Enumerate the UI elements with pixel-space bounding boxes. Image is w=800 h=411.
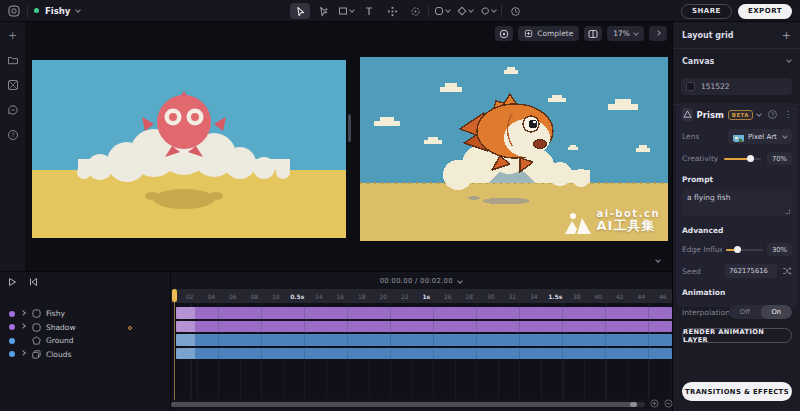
ruler-label: 26 xyxy=(437,293,459,300)
track-expand-chevron-icon[interactable] xyxy=(20,350,26,356)
timeline-zoom-out-icon[interactable] xyxy=(664,399,673,408)
project-name[interactable]: Fishy xyxy=(45,6,70,16)
rotate-tool[interactable] xyxy=(405,3,425,19)
timeline-bar-ground[interactable] xyxy=(176,334,672,346)
watermark-line2: AI工具集 xyxy=(597,219,660,234)
right-panel: Layout grid + Canvas 151522 Prism BETA ? xyxy=(672,22,800,411)
creativity-value[interactable]: 70% xyxy=(767,152,792,165)
text-tool[interactable] xyxy=(359,3,379,19)
select-tool[interactable] xyxy=(290,3,310,19)
watermark-logo-icon xyxy=(565,212,591,234)
track-row-ground[interactable]: Ground xyxy=(0,334,170,348)
timeline-bar-shadow[interactable] xyxy=(176,321,672,333)
ruler-label: 28 xyxy=(459,293,481,300)
track-row-shadow[interactable]: Shadow xyxy=(0,321,170,335)
ruler-label: 40 xyxy=(588,293,610,300)
capture-icon[interactable] xyxy=(495,26,513,41)
frame-shape-tool[interactable] xyxy=(432,3,452,19)
watermark: ai-bot.cn AI工具集 xyxy=(565,208,660,234)
ruler-label: 1.5s xyxy=(545,293,567,300)
prism-collapse-chevron-icon[interactable] xyxy=(756,111,762,117)
beta-badge: BETA xyxy=(728,110,753,120)
comment-icon[interactable] xyxy=(6,103,20,117)
lasso-shape-tool[interactable] xyxy=(478,3,498,19)
ruler-label: 32 xyxy=(502,293,524,300)
creativity-slider[interactable] xyxy=(724,155,761,163)
lens-thumbnail xyxy=(733,131,744,142)
split-view-button[interactable] xyxy=(584,26,602,41)
history-tool[interactable] xyxy=(505,3,525,19)
timecode-display[interactable]: 00:00.00 / 00:02.00 xyxy=(170,277,672,285)
move-pixels-tool[interactable] xyxy=(382,3,402,19)
prism-help-icon[interactable]: ? xyxy=(768,110,777,119)
complete-button[interactable]: Complete xyxy=(518,26,579,41)
canvas-color-swatch[interactable] xyxy=(686,82,695,91)
frame-rendered[interactable]: ai-bot.cn AI工具集 xyxy=(360,57,668,241)
bar-head-segment xyxy=(176,321,195,333)
total-time: 00:02.00 xyxy=(420,277,453,285)
zoom-level-select[interactable]: 17% xyxy=(607,26,644,41)
prism-menu-icon[interactable]: ⋮ xyxy=(784,110,792,119)
edge-influence-value[interactable]: 30% xyxy=(767,243,792,256)
canvas-controls: Complete 17% xyxy=(495,26,667,41)
prompt-input[interactable]: a flying fish xyxy=(682,189,792,216)
randomize-seed-icon[interactable] xyxy=(782,266,792,276)
project-menu-chevron-icon[interactable] xyxy=(76,7,82,13)
share-button[interactable]: SHARE xyxy=(681,4,732,19)
track-color-dot xyxy=(9,351,15,357)
collapse-panel-chevron-icon[interactable] xyxy=(652,256,664,266)
bar-head-segment xyxy=(176,348,195,360)
folder-icon[interactable] xyxy=(6,53,20,67)
help-icon[interactable]: ? xyxy=(6,128,20,142)
keyframe-indicator[interactable] xyxy=(128,326,132,330)
ruler-label: 34 xyxy=(523,293,545,300)
timeline-bar-fishy[interactable] xyxy=(176,307,672,319)
canvas-viewport[interactable]: Complete 17% xyxy=(25,22,672,271)
next-button[interactable] xyxy=(649,26,667,41)
track-type-icon xyxy=(31,336,41,345)
diamond-shape-tool[interactable] xyxy=(455,3,475,19)
timeline-ruler-labels[interactable]: 02040608100.5s14161820221s26283032341.5s… xyxy=(171,289,672,303)
tool-bar xyxy=(290,0,525,22)
play-button[interactable] xyxy=(5,275,19,288)
track-expand-chevron-icon[interactable] xyxy=(20,310,26,316)
direct-select-tool[interactable] xyxy=(313,3,333,19)
track-row-fishy[interactable]: Fishy xyxy=(0,307,170,321)
track-expand-chevron-icon[interactable] xyxy=(20,323,26,329)
seed-label: Seed xyxy=(682,267,701,276)
divider xyxy=(501,5,502,17)
app-logo-icon[interactable] xyxy=(7,4,21,18)
track-color-dot xyxy=(9,324,15,330)
render-animation-layer-button[interactable]: RENDER ANIMATION LAYER xyxy=(682,328,792,343)
shape-tool[interactable] xyxy=(336,3,356,19)
canvas-color-field[interactable]: 151522 xyxy=(681,78,792,95)
svg-text:?: ? xyxy=(11,131,14,138)
track-name: Clouds xyxy=(46,350,71,359)
lens-select[interactable]: Pixel Art xyxy=(728,129,792,144)
frame-split-handle[interactable] xyxy=(348,114,351,142)
edge-influence-slider[interactable] xyxy=(726,246,763,254)
add-icon[interactable]: + xyxy=(6,28,20,42)
playhead[interactable] xyxy=(172,289,178,400)
skip-to-start-button[interactable] xyxy=(26,275,40,288)
canvas-section-title: Canvas xyxy=(682,57,714,66)
duration-chevron-icon[interactable] xyxy=(457,278,463,284)
frames-icon[interactable] xyxy=(6,78,20,92)
track-row-clouds[interactable]: Clouds xyxy=(0,348,170,362)
scrollbar-thumb[interactable] xyxy=(171,402,637,407)
timeline-bar-clouds[interactable] xyxy=(176,348,672,360)
transitions-effects-button[interactable]: TRANSITIONS & EFFECTS xyxy=(682,382,792,401)
seed-input[interactable]: 762175616 xyxy=(725,264,777,278)
export-button[interactable]: EXPORT xyxy=(738,4,792,19)
frame-keyframe-1[interactable] xyxy=(32,60,346,238)
app-window: Fishy xyxy=(0,0,800,411)
canvas-section-chevron-icon[interactable] xyxy=(786,57,792,63)
timeline-zoom-in-icon[interactable] xyxy=(650,399,659,408)
add-layout-grid-icon[interactable]: + xyxy=(782,29,791,42)
timeline-scrollbar[interactable] xyxy=(171,402,645,407)
resize-handle[interactable] xyxy=(785,209,790,214)
interpolation-on-option[interactable]: On xyxy=(761,305,792,319)
prompt-value: a flying fish xyxy=(687,193,731,202)
interpolation-off-option[interactable]: Off xyxy=(729,305,760,319)
creativity-label: Creativity xyxy=(682,154,718,163)
